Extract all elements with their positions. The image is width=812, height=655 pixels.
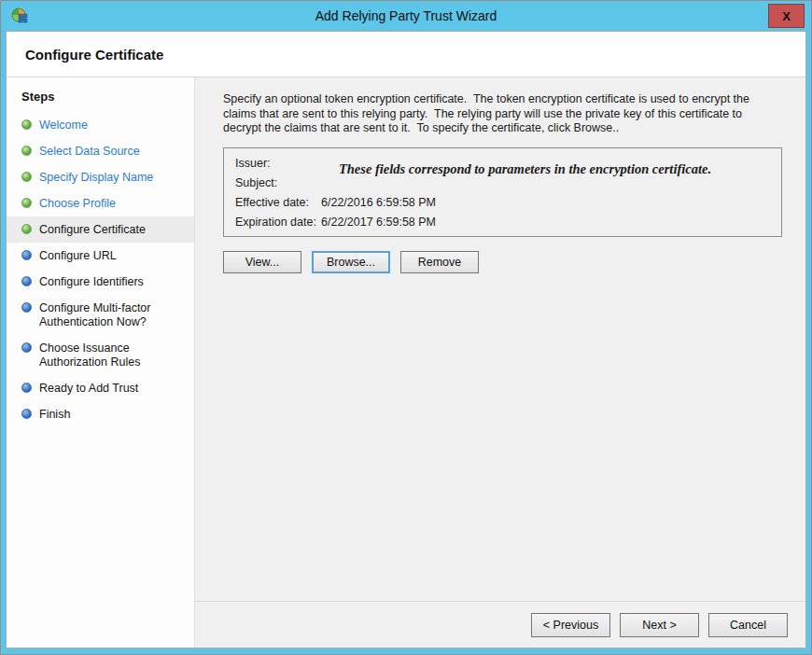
step-status-icon bbox=[21, 342, 32, 353]
window-title: Add Relying Party Trust Wizard bbox=[6, 8, 806, 23]
sidebar-step-welcome[interactable]: Welcome bbox=[7, 112, 194, 138]
step-status-icon bbox=[21, 146, 32, 156]
footer-bar: < Previous Next > Cancel bbox=[195, 601, 805, 648]
step-status-icon bbox=[21, 224, 32, 234]
next-button[interactable]: Next > bbox=[620, 613, 699, 637]
sidebar-step-finish: Finish bbox=[7, 401, 194, 427]
sidebar-step-configure-identifiers: Configure Identifiers bbox=[7, 269, 194, 295]
step-status-icon bbox=[21, 409, 32, 419]
title-bar[interactable]: Add Relying Party Trust Wizard X bbox=[6, 1, 806, 31]
page-title: Configure Certificate bbox=[25, 47, 163, 63]
step-label: Choose Issuance Authorization Rules bbox=[39, 341, 189, 369]
field-value: 6/22/2016 6:59:58 PM bbox=[321, 196, 774, 209]
certificate-actions: View... Browse... Remove bbox=[223, 251, 787, 273]
sidebar-step-configure-url: Configure URL bbox=[7, 243, 194, 269]
sidebar-step-configure-multi-factor-authentication-now: Configure Multi-factor Authentication No… bbox=[7, 295, 194, 335]
field-label: Effective date: bbox=[235, 196, 321, 209]
sidebar-step-choose-issuance-authorization-rules: Choose Issuance Authorization Rules bbox=[7, 335, 194, 375]
step-status-icon bbox=[21, 198, 32, 208]
steps-list: WelcomeSelect Data SourceSpecify Display… bbox=[7, 112, 194, 427]
wizard-window: Add Relying Party Trust Wizard X Configu… bbox=[0, 0, 812, 655]
sidebar-step-specify-display-name[interactable]: Specify Display Name bbox=[7, 164, 194, 190]
close-icon: X bbox=[782, 9, 791, 23]
step-label: Configure Multi-factor Authentication No… bbox=[39, 301, 189, 329]
step-status-icon bbox=[21, 250, 32, 260]
sidebar-step-select-data-source[interactable]: Select Data Source bbox=[7, 138, 194, 164]
sidebar-step-ready-to-add-trust: Ready to Add Trust bbox=[7, 375, 194, 401]
steps-sidebar: Steps WelcomeSelect Data SourceSpecify D… bbox=[7, 77, 195, 648]
certificate-field-effective-date: Effective date:6/22/2016 6:59:58 PM bbox=[235, 193, 774, 213]
step-label: Ready to Add Trust bbox=[39, 382, 138, 396]
step-label: Welcome bbox=[39, 118, 88, 132]
step-status-icon bbox=[21, 383, 32, 393]
step-status-icon bbox=[21, 276, 32, 286]
step-label: Configure Certificate bbox=[39, 223, 146, 237]
adfs-app-icon bbox=[10, 7, 29, 25]
wizard-body: Configure Certificate Steps WelcomeSelec… bbox=[6, 31, 806, 648]
previous-button[interactable]: < Previous bbox=[531, 613, 610, 637]
sidebar-step-configure-certificate: Configure Certificate bbox=[7, 216, 194, 243]
step-label: Finish bbox=[39, 408, 70, 422]
main-panel: Specify an optional token encryption cer… bbox=[195, 77, 805, 648]
page-header: Configure Certificate bbox=[7, 32, 805, 77]
step-status-icon bbox=[21, 172, 32, 182]
step-status-icon bbox=[21, 302, 32, 313]
certificate-field-expiration-date: Expiration date:6/22/2017 6:59:58 PM bbox=[235, 213, 774, 232]
annotation-text: These fields correspond to parameters in… bbox=[276, 161, 774, 177]
browse-button[interactable]: Browse... bbox=[312, 251, 390, 273]
steps-heading: Steps bbox=[7, 86, 194, 112]
field-label: Subject: bbox=[235, 176, 321, 189]
cancel-button[interactable]: Cancel bbox=[708, 613, 788, 637]
step-status-icon bbox=[21, 119, 32, 130]
close-button[interactable]: X bbox=[768, 4, 805, 28]
remove-button[interactable]: Remove bbox=[400, 251, 479, 273]
field-value: 6/22/2017 6:59:58 PM bbox=[321, 216, 774, 229]
page-content: Specify an optional token encryption cer… bbox=[195, 77, 805, 601]
step-label: Configure Identifiers bbox=[39, 275, 144, 289]
view-button[interactable]: View... bbox=[223, 251, 301, 273]
instruction-text: Specify an optional token encryption cer… bbox=[223, 92, 770, 136]
step-label: Configure URL bbox=[39, 249, 117, 263]
sidebar-step-choose-profile[interactable]: Choose Profile bbox=[7, 190, 194, 216]
certificate-details-box: Issuer:Subject:Effective date:6/22/2016 … bbox=[223, 147, 782, 237]
step-label: Select Data Source bbox=[39, 145, 140, 159]
step-label: Specify Display Name bbox=[39, 171, 153, 185]
step-label: Choose Profile bbox=[39, 197, 116, 211]
field-label: Expiration date: bbox=[235, 216, 321, 229]
